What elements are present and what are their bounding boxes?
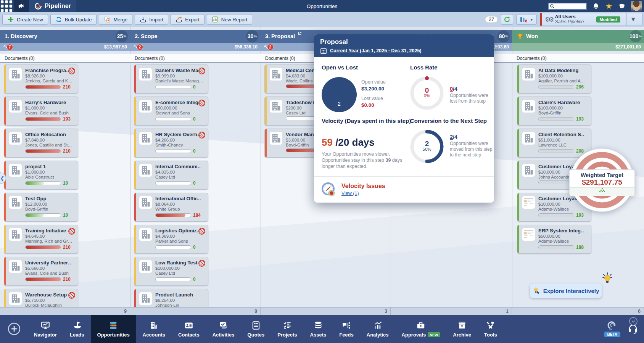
- column-card-count: 9: [0, 308, 130, 315]
- card-value: $4,369.00: [155, 234, 204, 238]
- card-score: 188: [576, 245, 584, 250]
- opportunity-card[interactable]: Claire's Hardware$100,000.00Boyd-Griffin…: [517, 97, 591, 126]
- weighted-target-widget[interactable]: Weighted Target $291,107.75: [570, 148, 634, 212]
- account-building-icon: [270, 132, 282, 145]
- column-name: 3. Proposal: [265, 33, 295, 39]
- bulk-update-button[interactable]: Bulk Update: [50, 14, 97, 25]
- nav-item-tools[interactable]: Tools: [478, 315, 504, 343]
- opportunity-card[interactable]: project 1$1,000.00Able Construct10: [4, 161, 78, 190]
- weighted-target-label: Weighted Target: [581, 172, 623, 178]
- opportunity-card[interactable]: Low Ranking Test$100,000.00Casey Ltd0: [134, 257, 208, 286]
- nav-item-navigator[interactable]: Navigator: [27, 315, 63, 343]
- column-header[interactable]: 2. Scope30%: [130, 30, 261, 43]
- nav-item-analytics[interactable]: Analytics: [360, 315, 395, 343]
- opportunity-card[interactable]: E-commerce Integ…$50,000.00Stewart and S…: [134, 97, 208, 126]
- action-toolbar: Create NewBulk UpdateMergeImportExportNe…: [0, 12, 644, 27]
- velocity-issues-view-link[interactable]: View (1): [341, 191, 359, 196]
- converted-count-link[interactable]: 2: [450, 134, 453, 140]
- nav-item-quotes[interactable]: Quotes: [241, 315, 271, 343]
- opportunity-card[interactable]: Product Launch$6,254.00Johnson-Lin: [134, 289, 208, 308]
- nav-item-contacts[interactable]: Contacts: [172, 315, 206, 343]
- user-avatar[interactable]: [631, 1, 642, 11]
- opportunity-card[interactable]: Franchise Progra…$8,926.00Jenkins, Garci…: [4, 64, 78, 93]
- create-new-icon: [7, 16, 14, 23]
- card-score: 10: [63, 180, 68, 186]
- velocity-days: 59 /20 days: [322, 137, 375, 148]
- refresh-button[interactable]: [501, 14, 513, 25]
- documents-row[interactable]: Documents (0): [130, 54, 261, 63]
- quotes-icon: [251, 320, 261, 330]
- nav-item-approvals[interactable]: ApprovalsNEW: [395, 315, 447, 343]
- voyager-beta[interactable]: BETA: [604, 321, 620, 337]
- selected-pipeline: Sales Pipeline: [555, 19, 584, 24]
- training-cap-icon[interactable]: [618, 2, 626, 10]
- nav-item-leads[interactable]: Leads: [63, 315, 91, 343]
- open-vs-lost-chart[interactable]: 2: [322, 77, 357, 112]
- opportunity-card[interactable]: Harry's Hardware$1,000.00Evans, Cole and…: [4, 97, 78, 126]
- nav-item-accounts[interactable]: Accounts: [136, 315, 172, 343]
- create-new-button[interactable]: Create New: [2, 14, 48, 25]
- card-title: AI Data Modeling: [538, 68, 584, 73]
- import-button[interactable]: Import: [135, 14, 168, 25]
- merge-button[interactable]: Merge: [99, 14, 132, 25]
- search-input[interactable]: [548, 3, 587, 10]
- conversion-heading: Conversion to the Next Step: [410, 118, 492, 124]
- card-score: 193: [576, 213, 584, 218]
- pipeline-chevron-icon[interactable]: ▼: [626, 13, 640, 26]
- open-insights-icon[interactable]: [298, 31, 302, 35]
- opportunity-card[interactable]: Warehouse Setup$5,710.00Bullock-Mclaughl…: [4, 289, 78, 308]
- notifications-bell-icon[interactable]: [592, 2, 600, 10]
- nav-item-opportunities[interactable]: Opportunities: [91, 315, 136, 343]
- card-title: E-commerce Integ…: [155, 100, 201, 105]
- top-bar: Pipeliner Opportunities ★: [0, 0, 644, 12]
- card-company: Evans, Cole and Bush: [25, 271, 74, 275]
- collapse-nav-chevron-icon[interactable]: [629, 317, 638, 326]
- opportunity-card[interactable]: AI Data Modeling$100,000.00Aguilar, Parr…: [517, 64, 591, 93]
- new-report-button[interactable]: New Report: [207, 14, 253, 25]
- card-value: $100,000.00: [538, 106, 587, 110]
- nav-item-feeds[interactable]: Feeds: [333, 315, 360, 343]
- card-progress-bar: [155, 85, 191, 89]
- trophy-icon: [517, 33, 523, 40]
- card-progress-bar: [538, 85, 574, 89]
- pipeline-selector[interactable]: ⚙⚙ All Users Sales Pipeline Modified ▼: [540, 13, 642, 26]
- column-counts-row: 98316: [0, 307, 644, 315]
- column-percent: 100%: [630, 30, 642, 42]
- opportunity-card[interactable]: Training Initiative$4,645.00Manning, Ric…: [4, 225, 78, 254]
- column-header[interactable]: 1. Discovery25%: [0, 30, 130, 43]
- add-record-button[interactable]: [8, 322, 21, 335]
- export-button[interactable]: Export: [171, 14, 204, 25]
- document-thumbnail-icon: [522, 228, 535, 241]
- documents-row[interactable]: Documents (0): [512, 54, 644, 63]
- opportunity-card[interactable]: Test Opp$12,000.00Boyd-Griffin10: [4, 193, 78, 222]
- period-link[interactable]: Current Year (Jan 1, 2025 - Dec 31, 2025…: [330, 48, 422, 53]
- column-header[interactable]: Won100%: [512, 30, 644, 43]
- loss-rate-ring: 00%: [409, 75, 445, 111]
- column-total-value: $271,001.00: [615, 44, 641, 50]
- nav-item-assets[interactable]: Assets: [304, 315, 333, 343]
- documents-row[interactable]: Documents (0): [0, 54, 130, 63]
- opportunity-card[interactable]: University Partner…$5,666.00Evans, Cole …: [4, 257, 78, 286]
- column-name: Won: [526, 33, 538, 39]
- opportunity-card[interactable]: ERP System Integ…$50,000.00Adams-Wallace…: [517, 225, 591, 254]
- target-grip-handle[interactable]: [570, 187, 634, 196]
- opportunity-card[interactable]: International Offic…$8,064.00White Group…: [134, 193, 208, 222]
- card-progress-bar: [538, 180, 574, 184]
- open-value-link[interactable]: $3,200.00: [361, 86, 386, 92]
- nav-item-activities[interactable]: Activities: [206, 315, 241, 343]
- opportunity-card[interactable]: Internal Communi…$4,835.00Casey Ltd0: [134, 161, 208, 190]
- card-title: Daniel's Waste Ma…: [155, 68, 201, 73]
- explore-interactively-button[interactable]: Explore Interactively: [530, 283, 602, 298]
- nav-item-archive[interactable]: Archive: [446, 315, 478, 343]
- opportunity-card[interactable]: Daniel's Waste Ma…$9,999.00Daniel's Wast…: [134, 64, 208, 93]
- opportunity-card[interactable]: Office Relocation$7,848.00Jones, Castill…: [4, 129, 78, 158]
- view-mode-dropdown[interactable]: ▼: [516, 14, 537, 25]
- new-badge: NEW: [428, 332, 440, 337]
- lost-count-link[interactable]: 0: [450, 86, 453, 92]
- bulb-cursor-icon: [533, 287, 540, 295]
- card-progress-bar: [538, 117, 574, 121]
- opportunity-card[interactable]: Logistics Optimiz…$4,369.00Parker and So…: [134, 225, 208, 254]
- favorites-star-icon[interactable]: ★: [605, 2, 613, 10]
- nav-item-projects[interactable]: Projects: [271, 315, 303, 343]
- opportunity-card[interactable]: HR System Overh…$4,266.00Smith-Chaney0: [134, 129, 208, 158]
